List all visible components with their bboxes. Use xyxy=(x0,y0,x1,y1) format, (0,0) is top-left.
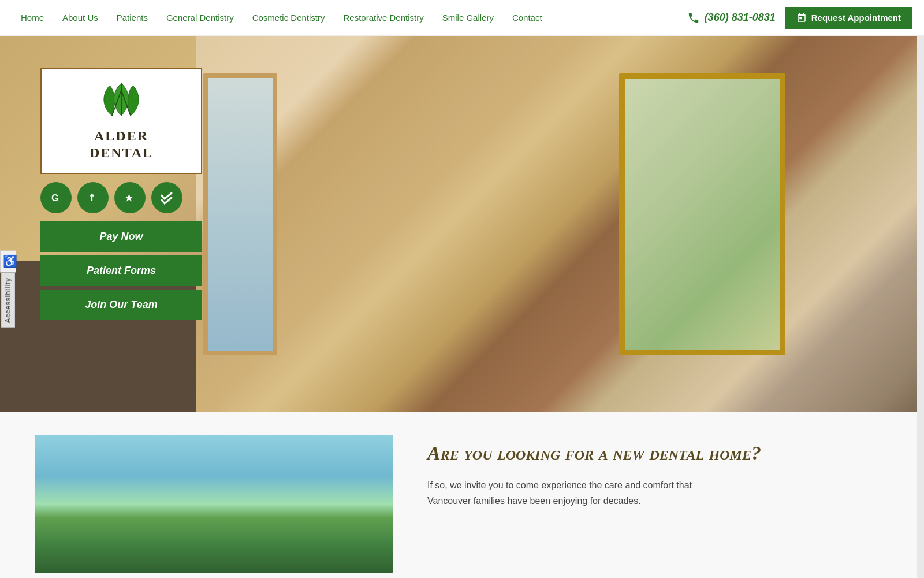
phone-number[interactable]: (360) 831-0831 xyxy=(705,12,776,24)
nav-links: Home About Us Patients General Dentistry… xyxy=(12,13,687,23)
google-g-icon: G xyxy=(49,191,63,205)
svg-text:G: G xyxy=(51,193,58,203)
yelp-icon[interactable]: ★ xyxy=(114,182,146,213)
nav-patients[interactable]: Patients xyxy=(107,13,157,23)
nav-general-dentistry[interactable]: General Dentistry xyxy=(157,13,243,23)
sidebar-panel: ALDER DENTAL G f ★ xyxy=(40,68,202,324)
checkmark-heart-icon xyxy=(159,190,175,206)
below-hero-image xyxy=(35,435,393,573)
hero-overlay xyxy=(196,36,924,412)
logo-text: ALDER DENTAL xyxy=(53,128,189,161)
nav-contact[interactable]: Contact xyxy=(503,13,552,23)
join-our-team-button[interactable]: Join Our Team xyxy=(40,290,202,320)
yelp-star-icon: ★ xyxy=(123,191,137,205)
accessibility-bar: ♿ Accessibility xyxy=(0,250,16,327)
scrollbar[interactable] xyxy=(917,0,924,578)
accessibility-label[interactable]: Accessibility xyxy=(1,272,15,327)
hero-section: ALDER DENTAL G f ★ xyxy=(0,36,924,412)
request-appointment-label: Request Appointment xyxy=(811,13,901,23)
svg-text:★: ★ xyxy=(125,193,133,203)
facebook-f-icon: f xyxy=(86,191,100,205)
navigation: Home About Us Patients General Dentistry… xyxy=(0,0,924,36)
logo-leaves-icon xyxy=(98,80,144,121)
below-hero-body: If so, we invite you to come experience … xyxy=(427,477,889,509)
request-appointment-button[interactable]: Request Appointment xyxy=(785,7,912,29)
google-reviews-icon[interactable]: G xyxy=(40,182,72,213)
calendar-icon xyxy=(796,13,807,23)
facebook-icon[interactable]: f xyxy=(77,182,109,213)
nav-about[interactable]: About Us xyxy=(53,13,107,23)
svg-text:f: f xyxy=(90,192,94,203)
nav-cosmetic-dentistry[interactable]: Cosmetic Dentistry xyxy=(243,13,334,23)
nav-smile-gallery[interactable]: Smile Gallery xyxy=(433,13,503,23)
nav-home[interactable]: Home xyxy=(12,13,53,23)
phone-area[interactable]: (360) 831-0831 xyxy=(687,12,776,24)
social-icons-row: G f ★ xyxy=(40,182,202,213)
patient-forms-button[interactable]: Patient Forms xyxy=(40,255,202,286)
accessibility-icon[interactable]: ♿ xyxy=(0,250,16,272)
below-hero-section: Are you looking for a new dental home? I… xyxy=(0,412,924,578)
pay-now-button[interactable]: Pay Now xyxy=(40,221,202,252)
care-icon[interactable] xyxy=(151,182,182,213)
nav-restorative-dentistry[interactable]: Restorative Dentistry xyxy=(334,13,433,23)
below-hero-text: Are you looking for a new dental home? I… xyxy=(427,435,889,573)
below-hero-heading: Are you looking for a new dental home? xyxy=(427,440,889,466)
phone-icon xyxy=(687,12,700,24)
logo-box: ALDER DENTAL xyxy=(40,68,202,174)
nav-right: (360) 831-0831 Request Appointment xyxy=(687,7,912,29)
